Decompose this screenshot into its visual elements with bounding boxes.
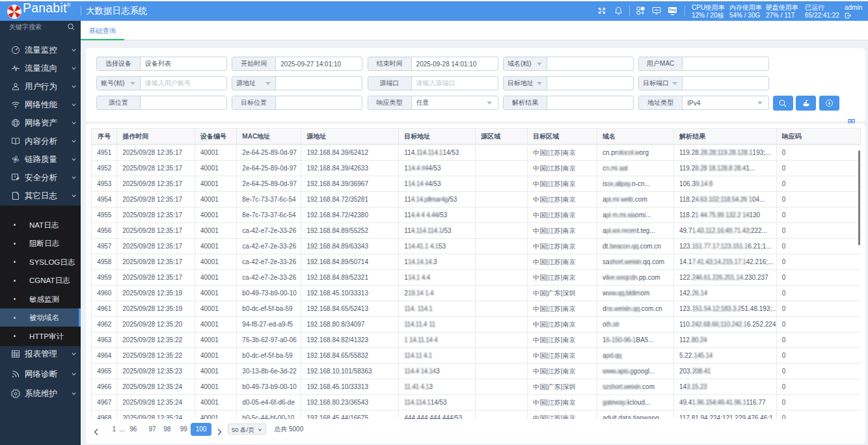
svg-text:?: ? bbox=[14, 174, 16, 179]
svg-text:Ping: Ping bbox=[669, 8, 676, 12]
